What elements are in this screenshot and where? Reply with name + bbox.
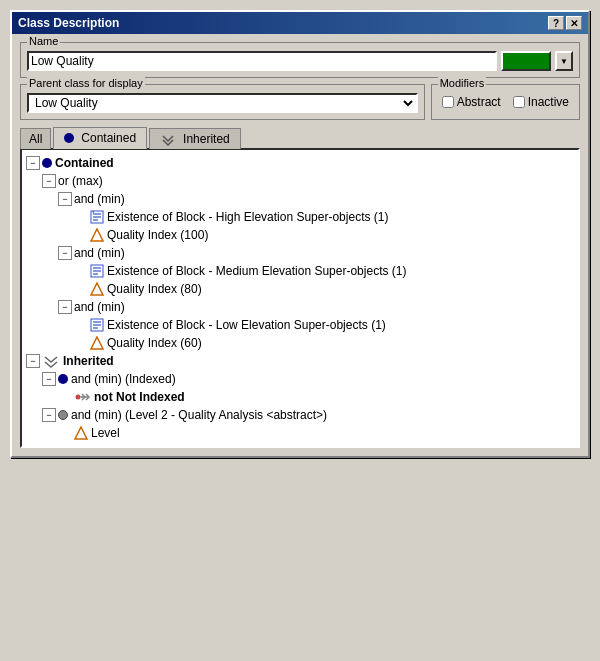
expand-and-min-2[interactable]: − <box>58 246 72 260</box>
tab-inherited[interactable]: Inherited <box>149 128 241 149</box>
level2-dot-icon <box>58 410 68 420</box>
tab-inherited-label: Inherited <box>183 132 230 146</box>
color-dropdown-button[interactable]: ▼ <box>555 51 573 71</box>
tab-all-label: All <box>29 132 42 146</box>
indexed-dot-icon <box>58 374 68 384</box>
existence-high-label: Existence of Block - High Elevation Supe… <box>107 210 388 224</box>
svg-marker-9 <box>91 283 103 295</box>
expand-and-min-3[interactable]: − <box>58 300 72 314</box>
quality-80-icon <box>90 282 104 296</box>
color-button[interactable] <box>501 51 551 71</box>
contained-dot-icon <box>64 133 74 143</box>
inherited-header-icon <box>42 354 60 368</box>
tree-node-contained-header: − Contained <box>26 154 574 172</box>
tree-node-existence-high: Existence of Block - High Elevation Supe… <box>26 208 574 226</box>
tree-node-and-min-1: − and (min) <box>26 190 574 208</box>
tab-contained[interactable]: Contained <box>53 127 147 149</box>
mods-row: Abstract Inactive <box>442 95 569 109</box>
tree-node-inherited-header: − Inherited <box>26 352 574 370</box>
parent-class-group: Parent class for display Low Quality <box>20 84 425 120</box>
and-min-3-label: and (min) <box>74 300 125 314</box>
tree-node-and-min-2: − and (min) <box>26 244 574 262</box>
existence-med-label: Existence of Block - Medium Elevation Su… <box>107 264 406 278</box>
not-indexed-arrow-icon <box>74 391 92 403</box>
existence-med-icon <box>90 264 104 278</box>
tree-node-and-min-level2: − and (min) (Level 2 - Quality Analysis … <box>26 406 574 424</box>
tree-node-not-not-indexed: not Not Indexed <box>26 388 574 406</box>
abstract-checkbox-label[interactable]: Abstract <box>442 95 501 109</box>
modifiers-label: Modifiers <box>438 77 487 89</box>
quality-60-icon <box>90 336 104 350</box>
class-description-dialog: Class Description ? ✕ Name ▼ Parent clas… <box>10 10 590 458</box>
tree-node-and-min-3: − and (min) <box>26 298 574 316</box>
svg-marker-14 <box>91 337 103 349</box>
or-max-label: or (max) <box>58 174 103 188</box>
expand-inherited[interactable]: − <box>26 354 40 368</box>
tree-node-existence-low: Existence of Block - Low Elevation Super… <box>26 316 574 334</box>
expand-and-min-1[interactable]: − <box>58 192 72 206</box>
expand-contained[interactable]: − <box>26 156 40 170</box>
existence-high-icon <box>90 210 104 224</box>
level-label: Level <box>91 426 120 440</box>
level-icon <box>74 426 88 440</box>
svg-marker-18 <box>75 427 87 439</box>
inherited-tab-icon <box>160 132 176 146</box>
title-bar-buttons: ? ✕ <box>548 16 582 30</box>
svg-point-15 <box>76 395 81 400</box>
and-min-2-label: and (min) <box>74 246 125 260</box>
quality-80-label: Quality Index (80) <box>107 282 202 296</box>
expand-or-max[interactable]: − <box>42 174 56 188</box>
inactive-checkbox[interactable] <box>513 96 525 108</box>
parent-class-select[interactable]: Low Quality <box>27 93 418 113</box>
name-label: Name <box>27 35 60 47</box>
existence-low-label: Existence of Block - Low Elevation Super… <box>107 318 386 332</box>
tree-node-level: Level <box>26 424 574 442</box>
inherited-header-label: Inherited <box>63 354 114 368</box>
abstract-checkbox[interactable] <box>442 96 454 108</box>
parent-class-label: Parent class for display <box>27 77 145 89</box>
modifiers-group: Modifiers Abstract Inactive <box>431 84 580 120</box>
and-min-1-label: and (min) <box>74 192 125 206</box>
abstract-label: Abstract <box>457 95 501 109</box>
name-input[interactable] <box>27 51 497 71</box>
existence-low-icon <box>90 318 104 332</box>
quality-100-icon <box>90 228 104 242</box>
parent-mods-row: Parent class for display Low Quality Mod… <box>20 84 580 120</box>
title-bar: Class Description ? ✕ <box>12 12 588 34</box>
quality-60-label: Quality Index (60) <box>107 336 202 350</box>
tabs-header: All Contained Inherited <box>20 126 580 148</box>
tree-node-or-max: − or (max) <box>26 172 574 190</box>
and-min-indexed-label: and (min) (Indexed) <box>71 372 176 386</box>
contained-header-label: Contained <box>55 156 114 170</box>
tab-contained-label: Contained <box>81 131 136 145</box>
svg-marker-4 <box>91 229 103 241</box>
tree-container[interactable]: − Contained − or (max) − and (min) <box>20 148 580 448</box>
contained-header-dot <box>42 158 52 168</box>
expand-and-min-indexed[interactable]: − <box>42 372 56 386</box>
name-group: Name ▼ <box>20 42 580 78</box>
tree-node-quality-80: Quality Index (80) <box>26 280 574 298</box>
dialog-body: Name ▼ Parent class for display Low Qual… <box>12 34 588 456</box>
tree-node-quality-100: Quality Index (100) <box>26 226 574 244</box>
quality-100-label: Quality Index (100) <box>107 228 208 242</box>
tree-node-existence-med: Existence of Block - Medium Elevation Su… <box>26 262 574 280</box>
tree-node-quality-60: Quality Index (60) <box>26 334 574 352</box>
expand-and-min-level2[interactable]: − <box>42 408 56 422</box>
help-button[interactable]: ? <box>548 16 564 30</box>
not-not-indexed-label: not Not Indexed <box>94 390 185 404</box>
tab-all[interactable]: All <box>20 128 51 149</box>
inactive-label: Inactive <box>528 95 569 109</box>
tree-node-and-min-indexed: − and (min) (Indexed) <box>26 370 574 388</box>
close-button[interactable]: ✕ <box>566 16 582 30</box>
and-min-level2-label: and (min) (Level 2 - Quality Analysis <a… <box>71 408 327 422</box>
dialog-title: Class Description <box>18 16 119 30</box>
inactive-checkbox-label[interactable]: Inactive <box>513 95 569 109</box>
name-row: ▼ <box>27 51 573 71</box>
